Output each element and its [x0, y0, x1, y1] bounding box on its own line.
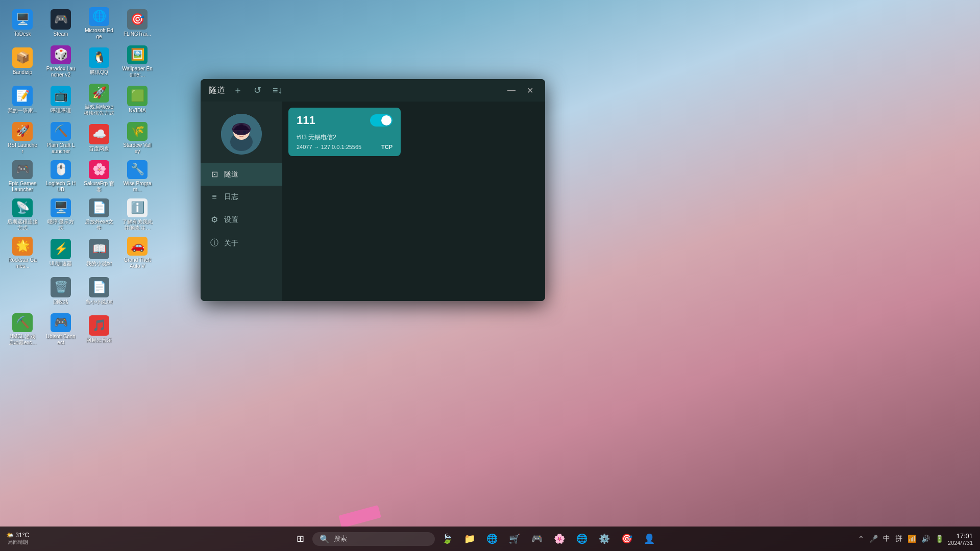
rsi-icon: 🚀	[12, 122, 33, 141]
desktop-icon-recycle[interactable]: 🗑️ 回收站	[43, 273, 78, 309]
store-icon: 🛒	[509, 533, 520, 544]
taskbar-game2-icon[interactable]: 🎯	[617, 529, 637, 549]
pcl2-label: Plain Craft Launcher	[45, 142, 76, 154]
display-icon: 🖥️	[51, 198, 71, 217]
desktop-icon-wise[interactable]: 🔧 Wise Program...	[120, 158, 155, 194]
novel2-label: 当小小说.txt	[85, 299, 112, 305]
desktop-icon-gta[interactable]: 🚗 Grand Theft Auto V	[120, 235, 155, 270]
desktop-icon-netease[interactable]: 🎵 网易云音乐	[82, 311, 116, 347]
files-icon: 🍃	[442, 533, 453, 544]
taskbar-store-icon[interactable]: 🛒	[504, 529, 525, 549]
tunnel-route: 24077 → 127.0.0.1:25565 TCP	[297, 144, 393, 150]
desktop-icon-rockstar[interactable]: 🌟 Rockstar Games...	[5, 235, 40, 270]
desktop-icon-epic[interactable]: 🎮 Epic Games Launcher	[5, 158, 40, 194]
add-tunnel-button[interactable]: ＋	[231, 83, 244, 97]
desktop-icon-pcl2[interactable]: ⛏️ Plain Craft Launcher	[43, 120, 78, 156]
refresh-button[interactable]: ↺	[252, 84, 263, 97]
user-icon: 👤	[644, 533, 655, 544]
sort-button[interactable]: ≡↓	[271, 84, 285, 97]
desktop-icon-minecraft[interactable]: ⛏️ HMCL 游戏 启动器exc...	[5, 311, 40, 347]
wise-icon: 🔧	[127, 160, 148, 179]
weather-widget[interactable]: 🌤️ 31°C 局部晴朗	[6, 532, 29, 546]
desktop-icon-about[interactable]: ℹ️ 了解有关我此并继续 注明使用	[120, 196, 155, 232]
settings-nav-icon: ⚙	[210, 215, 219, 224]
taskbar-xbox-icon[interactable]: 🎮	[527, 529, 547, 549]
window-controls: — ✕	[504, 83, 537, 97]
close-button[interactable]: ✕	[523, 83, 537, 97]
desktop-icon-logitech[interactable]: 🖱️ Logitech G HUB	[43, 158, 78, 194]
desktop-icon-bilibili[interactable]: 📺 嗶哩嗶哩	[43, 82, 78, 117]
desktop-icon-nvidia[interactable]: 🟩 NVIDIA	[120, 82, 155, 117]
start-button[interactable]: ⊞	[290, 529, 310, 549]
bilibili-label: 嗶哩嗶哩	[51, 108, 71, 114]
desktop-icon-stardew[interactable]: 🌾 Stardew Valley	[120, 120, 155, 156]
sakura-taskbar-icon: 🌸	[554, 533, 565, 544]
nvidia-icon: 🟩	[127, 86, 148, 106]
epic-icon: 🎮	[12, 160, 33, 179]
taskbar-browser-icon[interactable]: 🌐	[572, 529, 592, 549]
tray-wifi[interactable]: 📶	[906, 534, 917, 544]
desktop-icon-qq[interactable]: 🐧 腾讯QQ	[82, 43, 116, 79]
file1-label: 后放外exe文件	[84, 219, 114, 230]
desktop-icon-word[interactable]: 📝 我的一班家...	[5, 82, 40, 117]
toggle-knob	[381, 115, 391, 126]
desktop-icon-rsi[interactable]: 🚀 RSI Launcher	[5, 120, 40, 156]
taskbar-sakura-icon[interactable]: 🌸	[549, 529, 570, 549]
uu-icon: ⚡	[51, 239, 71, 259]
tray-ime-zh[interactable]: 中	[882, 533, 891, 544]
nav-item-settings[interactable]: ⚙ 设置	[201, 208, 282, 231]
tunnel-toggle[interactable]	[370, 114, 393, 127]
remote-label: 后期远程连接方式	[7, 219, 38, 230]
recycle-label: 回收站	[53, 299, 68, 305]
word-label: 我的一班家...	[8, 108, 37, 114]
taskbar-edge-icon[interactable]: 🌐	[482, 529, 502, 549]
desktop-icon-bandizip[interactable]: 📦 Bandizip	[5, 43, 40, 79]
tray-mic[interactable]: 🎤	[868, 534, 879, 544]
desktop-icon-file1[interactable]: 📄 后放外exe文件	[82, 196, 116, 232]
nav-item-log[interactable]: ≡ 日志	[201, 186, 282, 208]
taskbar-user-icon[interactable]: 👤	[639, 529, 659, 549]
desktop-icon-edge[interactable]: 🌐 Microsoft Edge	[82, 5, 116, 41]
desktop-icon-uu[interactable]: ⚡ UU加速器	[43, 235, 78, 270]
tray-chevron[interactable]: ⌃	[857, 534, 865, 544]
desktop-icon-remote[interactable]: 📡 后期远程连接方式	[5, 196, 40, 232]
novel2-icon: 📄	[89, 277, 109, 297]
search-bar[interactable]: 🔍 搜索	[312, 532, 435, 546]
tunnel-protocol: TCP	[381, 144, 393, 150]
nav-item-about[interactable]: ⓘ 关于	[201, 231, 282, 255]
window-body: ⊡ 隧道 ≡ 日志 ⚙ 设置 ⓘ 关于 111	[201, 102, 545, 301]
tray-volume[interactable]: 🔊	[920, 534, 931, 544]
remote-icon: 📡	[12, 198, 33, 217]
desktop-icon-display[interactable]: 🖥️ 嗯哼·显示方式	[43, 196, 78, 232]
rockstar-icon: 🌟	[12, 237, 33, 256]
desktop-icon-todesk[interactable]: 🖥️ ToDesk	[5, 5, 40, 41]
paradox-icon: 🎲	[51, 45, 71, 64]
tray-ime-pin[interactable]: 拼	[894, 533, 903, 544]
tunnel-card[interactable]: 111 #83 无锡电信2 24077 → 127.0.0.1:25565 TC…	[288, 108, 401, 156]
desktop-icon-baidu[interactable]: ☁️ 百度网盘	[82, 120, 116, 156]
browser-icon: 🌐	[576, 533, 587, 544]
time-display[interactable]: 17:01 2024/7/31	[948, 532, 973, 546]
tunnel-app-window: 隧道 ＋ ↺ ≡↓ — ✕	[201, 79, 545, 301]
qq-icon: 🐧	[89, 47, 109, 68]
taskbar-files-icon[interactable]: 🍃	[437, 529, 457, 549]
nav-item-tunnel[interactable]: ⊡ 隧道	[201, 163, 282, 186]
desktop-icon-steam[interactable]: 🎮 Steam	[43, 5, 78, 41]
desktop-icon-pcl[interactable]: 🚀 游戏启动exe 极快优先方式	[82, 82, 116, 117]
desktop-icon-novel2[interactable]: 📄 当小小说.txt	[82, 273, 116, 309]
word-icon: 📝	[12, 86, 33, 106]
desktop-icon-wallpaper[interactable]: 🖼️ Wallpaper Engine:...	[120, 43, 155, 79]
desktop-icon-paradox[interactable]: 🎲 Paradox Launcher v2	[43, 43, 78, 79]
tray-battery[interactable]: 🔋	[934, 534, 945, 544]
desktop-icon-novel[interactable]: 📖 我的小说txt	[82, 235, 116, 270]
desktop-icon-sakura[interactable]: 🌸 SakuraFrp 官客	[82, 158, 116, 194]
desktop-icon-flingtrain[interactable]: 🎯 FLiNGTrai...	[120, 5, 155, 41]
taskbar-explorer-icon[interactable]: 📁	[459, 529, 480, 549]
taskbar-tools-icon[interactable]: ⚙️	[594, 529, 615, 549]
minimize-button[interactable]: —	[504, 83, 519, 97]
desktop-icon-ubisoft[interactable]: 🎮 Ubisoft Connect	[43, 311, 78, 347]
user-avatar[interactable]	[221, 114, 262, 155]
bandizip-icon: 📦	[12, 47, 33, 68]
wise-label: Wise Program...	[122, 181, 153, 192]
edge-label: Microsoft Edge	[84, 28, 114, 39]
